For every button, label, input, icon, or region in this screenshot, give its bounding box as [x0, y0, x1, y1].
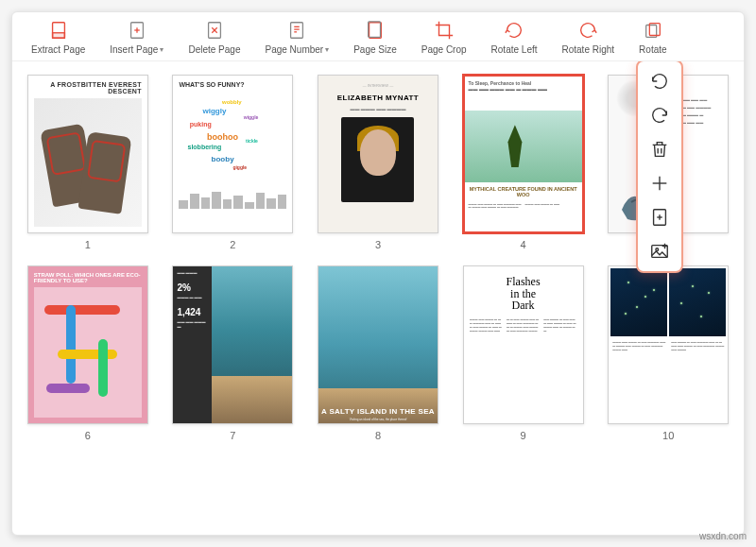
page-thumbnail[interactable]: ▬▬ ▬▬▬ 2% ▬▬▬ ▬ ▬▬ 1,424 ▬▬ ▬▬ ▬▬▬ ▬ 7: [171, 265, 296, 441]
rotate-cw-button[interactable]: [649, 105, 670, 126]
page-crop-button[interactable]: Page Crop: [421, 20, 467, 55]
toolbar: Extract Page Insert Page▾ Delete Page Pa…: [12, 12, 744, 61]
page-number-label: 9: [521, 430, 526, 441]
extract-page-icon: [48, 20, 69, 41]
page-number-label: 7: [230, 430, 235, 441]
page-size-button[interactable]: Page Size: [353, 20, 397, 55]
page-grid-container: A FROSTBITTEN EVEREST DESCENT 1 WHAT'S S…: [12, 61, 744, 535]
page-number-label: 4: [521, 239, 526, 250]
page-number-label: 8: [375, 430, 381, 441]
page-grid: A FROSTBITTEN EVEREST DESCENT 1 WHAT'S S…: [26, 75, 730, 441]
page-number-label: 1: [85, 239, 91, 250]
delete-page-button[interactable]: Delete Page: [188, 20, 240, 55]
page-number-label: 10: [662, 430, 674, 441]
svg-rect-1: [52, 33, 64, 39]
thumb-content: STRAW POLL: WHICH ONES ARE ECO-FRIENDLY …: [27, 265, 148, 424]
insert-image-button[interactable]: [649, 241, 670, 262]
rotate-button[interactable]: Rotate: [639, 20, 666, 55]
insert-page-button[interactable]: [649, 207, 670, 228]
page-thumbnail[interactable]: A SALTY ISLAND IN THE SEA Visiting an is…: [316, 265, 440, 441]
chevron-down-icon: ▾: [160, 45, 163, 54]
page-size-icon: [365, 20, 386, 41]
thumb-content: — INTERVIEW — ELIZABETH MYNATT ▬▬ ▬▬▬ ▬▬…: [318, 75, 438, 233]
thumb-content: To Sleep, Perchance to Heal▬▬ ▬▬ ▬▬▬ ▬▬ …: [463, 75, 584, 233]
page-number-button[interactable]: Page Number▾: [265, 20, 329, 55]
page-thumbnail[interactable]: — INTERVIEW — ELIZABETH MYNATT ▬▬ ▬▬▬ ▬▬…: [316, 75, 440, 250]
page-thumbnail[interactable]: WHAT'S SO FUNNY? wiggly puking boohoo sl…: [171, 75, 296, 250]
rotate-right-button[interactable]: Rotate Right: [562, 20, 615, 55]
insert-page-icon: [127, 20, 147, 41]
page-crop-icon: [434, 20, 455, 41]
app-window: Extract Page Insert Page▾ Delete Page Pa…: [11, 11, 745, 536]
plus-icon: [649, 173, 670, 194]
chevron-down-icon: ▾: [325, 45, 329, 54]
svg-rect-13: [369, 22, 381, 38]
delete-page-icon: [204, 20, 225, 41]
page-thumbnail-selected[interactable]: To Sleep, Perchance to Heal▬▬ ▬▬ ▬▬▬ ▬▬ …: [461, 75, 586, 250]
page-thumbnail[interactable]: A FROSTBITTEN EVEREST DESCENT 1: [26, 75, 150, 250]
page-thumbnail[interactable]: ▬▬▬ ▬▬ ▬▬▬ ▬ ▬▬ ▬▬▬▬ ▬▬ ▬ ▬▬▬ ▬▬ ▬▬▬ ▬ ▬…: [606, 265, 730, 441]
thumb-content: ▬▬▬ ▬▬ ▬▬▬ ▬ ▬▬ ▬▬▬▬ ▬▬ ▬ ▬▬▬ ▬▬ ▬▬▬ ▬ ▬…: [608, 265, 729, 424]
page-number-label: 3: [375, 239, 381, 250]
insert-page-button[interactable]: Insert Page▾: [110, 20, 163, 55]
page-thumbnail[interactable]: STRAW POLL: WHICH ONES ARE ECO-FRIENDLY …: [26, 265, 150, 441]
page-thumbnail[interactable]: Flashesin theDark ▬▬▬ ▬▬ ▬▬▬ ▬ ▬▬ ▬▬▬▬ ▬…: [461, 265, 586, 441]
rotate-left-icon: [504, 20, 524, 41]
rotate-right-icon: [577, 20, 598, 41]
thumb-content: WHAT'S SO FUNNY? wiggly puking boohoo sl…: [172, 75, 293, 233]
svg-rect-8: [291, 23, 303, 39]
rotate-cw-icon: [649, 105, 670, 126]
rotate-ccw-icon: [649, 71, 670, 92]
thumb-content: A FROSTBITTEN EVEREST DESCENT: [27, 75, 148, 233]
context-panel: [636, 61, 683, 273]
rotate-left-button[interactable]: Rotate Left: [491, 20, 538, 55]
insert-image-icon: [649, 241, 670, 262]
delete-button[interactable]: [649, 139, 670, 160]
extract-page-button[interactable]: Extract Page: [31, 20, 85, 55]
svg-rect-12: [369, 23, 382, 39]
thumb-content: Flashesin theDark ▬▬▬ ▬▬ ▬▬▬ ▬ ▬▬ ▬▬▬▬ ▬…: [463, 265, 584, 424]
page-number-label: 2: [230, 239, 235, 250]
rotate-ccw-button[interactable]: [649, 71, 670, 92]
thumb-content: ▬▬ ▬▬▬ 2% ▬▬▬ ▬ ▬▬ 1,424 ▬▬ ▬▬ ▬▬▬ ▬: [172, 265, 293, 424]
page-number-icon: [286, 20, 307, 41]
thumb-content: A SALTY ISLAND IN THE SEA Visiting an is…: [318, 265, 438, 424]
page-number-label: 6: [85, 430, 91, 441]
watermark: wsxdn.com: [699, 531, 747, 541]
trash-icon: [649, 139, 670, 160]
rotate-icon: [643, 20, 663, 41]
insert-page-icon: [649, 207, 670, 228]
add-button[interactable]: [649, 173, 670, 194]
